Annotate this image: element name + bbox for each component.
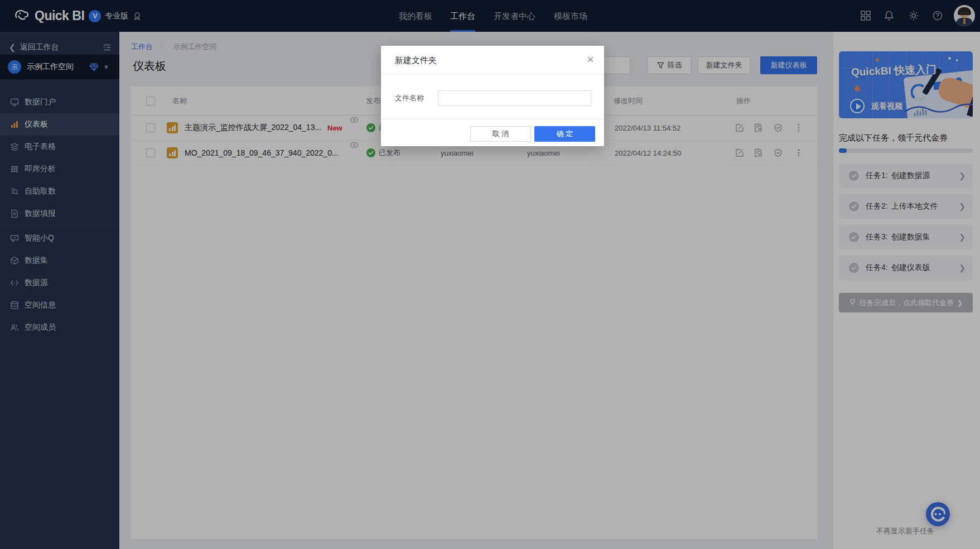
quick-bi-app: Quick BI V 专业版 我的看板 工作台 开发者中心 模板市场 (0, 0, 980, 549)
new-folder-modal: 新建文件夹 × 文件名称 取 消 确 定 (381, 46, 604, 146)
folder-name-input[interactable] (438, 90, 591, 106)
confirm-button[interactable]: 确 定 (534, 126, 595, 142)
close-icon[interactable]: × (587, 52, 594, 67)
modal-title: 新建文件夹 (395, 55, 437, 66)
cancel-button[interactable]: 取 消 (470, 126, 531, 142)
folder-name-label: 文件名称 (395, 90, 424, 106)
modal-footer: 取 消 确 定 (381, 119, 604, 146)
modal-body: 文件名称 (381, 74, 604, 119)
modal-header: 新建文件夹 × (381, 46, 604, 74)
